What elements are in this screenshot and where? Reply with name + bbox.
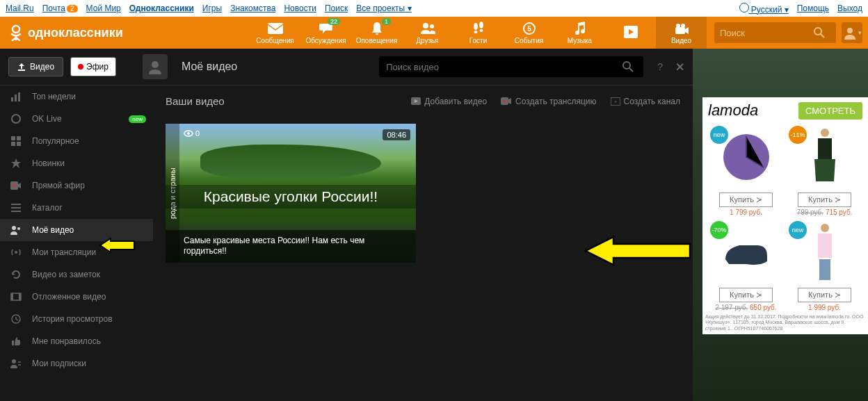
buy-btn-4[interactable]: Купить ≻	[798, 288, 851, 302]
svg-point-29	[12, 115, 20, 123]
nav-music[interactable]: Музыка	[554, 17, 605, 49]
svg-point-20	[821, 224, 829, 232]
lang-switch[interactable]: Русский ▾	[739, 3, 789, 15]
nav-discussions[interactable]: 22 Обсуждения	[300, 17, 351, 49]
notif-badge: 1	[382, 18, 391, 25]
link-moimir[interactable]: Мой Мир	[86, 3, 121, 13]
sidebar-item-myvideo[interactable]: Моё видео	[0, 219, 153, 241]
sidebar-item-subs[interactable]: Мои подписки	[0, 352, 153, 375]
svg-text:5: 5	[527, 25, 531, 33]
link-igry[interactable]: Игры	[202, 3, 222, 13]
video-search[interactable]	[379, 56, 643, 77]
close-button[interactable]: ✕	[675, 60, 684, 74]
svg-point-24	[623, 62, 630, 69]
sidebar-item-new[interactable]: Новинки	[0, 152, 153, 174]
logo-text[interactable]: одноклассники	[28, 26, 123, 40]
video-search-input[interactable]	[386, 62, 622, 72]
sidebar-item-fromnotes[interactable]: Видео из заметок	[0, 263, 153, 286]
ad-item-2[interactable]: -11% Купить ≻ 799 руб. 715 руб.	[787, 124, 862, 216]
svg-point-53	[187, 132, 190, 135]
upload-icon	[17, 63, 26, 71]
ad-item-3[interactable]: -70% Купить ≻ 2 197 руб. 650 руб.	[708, 219, 784, 311]
svg-point-46	[12, 359, 16, 363]
nav-friends[interactable]: Друзья	[402, 17, 453, 49]
duration-badge: 08:46	[383, 129, 410, 140]
play-icon	[411, 97, 421, 105]
search-icon	[622, 61, 634, 72]
sidebar-item-oklive[interactable]: OK Livenew	[0, 108, 153, 130]
create-stream-button[interactable]: Создать трансляцию	[501, 97, 596, 106]
buy-btn-1[interactable]: Купить ≻	[719, 193, 773, 207]
help-button[interactable]: ?	[657, 61, 663, 72]
live-button[interactable]: Эфир	[70, 57, 116, 76]
header-search[interactable]	[714, 22, 836, 43]
sidebar-item-delayed[interactable]: Отложенное видео	[0, 286, 153, 308]
friends-icon	[420, 22, 435, 35]
create-channel-button[interactable]: +Создать канал	[611, 97, 680, 106]
price-3: 2 197 руб. 650 руб.	[708, 304, 784, 311]
nav-messages[interactable]: Сообщения	[250, 17, 300, 49]
link-novosti[interactable]: Новости	[284, 3, 316, 13]
svg-rect-43	[11, 293, 13, 300]
nav-video[interactable]: Видео	[656, 17, 707, 49]
link-vse[interactable]: Все проекты ▾	[356, 3, 411, 13]
sidebar-item-mystreams[interactable]: Мои трансляции	[0, 241, 153, 263]
video-content: Ваши видео Добавить видео Создать трансл…	[153, 85, 693, 401]
buy-btn-3[interactable]: Купить ≻	[719, 288, 773, 302]
camera-icon	[674, 22, 689, 35]
thumb-icon	[10, 335, 22, 347]
nav-video-showcase[interactable]	[605, 17, 656, 49]
link-pochta[interactable]: Почта	[42, 3, 65, 13]
nav-guests[interactable]: Гости	[453, 17, 504, 49]
ad-item-1[interactable]: new Купить ≻ 1 799 руб.	[708, 124, 784, 216]
svg-point-41	[15, 251, 17, 254]
sidebar-item-catalog[interactable]: Каталог	[0, 197, 153, 219]
video-caption: Самые красивые места России!! Нам есть ч…	[166, 230, 416, 263]
ad-item-4[interactable]: new Купить ≻ 1 999 руб.	[787, 219, 862, 311]
nav-notifications[interactable]: 1 Оповещения	[351, 17, 402, 49]
svg-rect-44	[19, 293, 21, 300]
discount-badge: -11%	[789, 126, 807, 144]
svg-rect-30	[11, 136, 15, 140]
upload-video-button[interactable]: Видео	[8, 57, 63, 76]
user-avatar[interactable]: ▾	[842, 22, 862, 43]
ok-logo-icon	[10, 24, 22, 41]
chart-icon	[10, 90, 22, 103]
sidebar-item-top[interactable]: Топ недели	[0, 85, 153, 108]
sidebar-item-live[interactable]: Прямой эфир	[0, 174, 153, 197]
svg-point-35	[13, 184, 16, 187]
person-icon	[10, 224, 22, 236]
footprints-icon	[471, 22, 486, 35]
svg-line-15	[821, 34, 824, 38]
link-poisk[interactable]: Поиск	[325, 3, 348, 13]
video-card[interactable]: рода и страны 0 08:46 Красивые уголки Ро…	[166, 124, 416, 263]
list-icon	[10, 202, 22, 214]
lamoda-logo[interactable]: lamoda	[708, 101, 758, 120]
link-help[interactable]: Помощь	[797, 3, 829, 13]
svg-rect-13	[675, 27, 685, 34]
search-input[interactable]	[720, 28, 814, 38]
svg-point-49	[504, 100, 506, 103]
link-ok[interactable]: Одноклассники	[129, 3, 194, 13]
nav-events[interactable]: 5 События	[504, 17, 554, 49]
link-exit[interactable]: Выход	[837, 3, 862, 13]
svg-rect-19	[818, 138, 832, 159]
sidebar-item-liked[interactable]: Мне понравилось	[0, 330, 153, 352]
svg-point-7	[479, 29, 483, 32]
link-znakomstva[interactable]: Знакомства	[230, 3, 275, 13]
add-video-button[interactable]: Добавить видео	[411, 97, 487, 106]
sidebar-item-history[interactable]: История просмотров	[0, 308, 153, 330]
ad-panel: lamoda СМОТРЕТЬ new Купить ≻ 1 799 руб. …	[702, 97, 868, 334]
channel-icon: +	[611, 97, 620, 106]
buy-btn-2[interactable]: Купить ≻	[798, 193, 851, 207]
channel-avatar[interactable]	[143, 54, 168, 79]
svg-point-18	[821, 129, 829, 137]
globe-icon	[739, 3, 749, 13]
discount-badge-70: -70%	[710, 221, 728, 239]
svg-point-2	[423, 23, 428, 28]
link-mailru[interactable]: Mail.Ru	[6, 3, 34, 13]
subs-icon	[10, 357, 22, 370]
svg-point-40	[17, 227, 20, 230]
sidebar-item-popular[interactable]: Популярное	[0, 130, 153, 152]
lamoda-view-btn[interactable]: СМОТРЕТЬ	[798, 102, 862, 120]
